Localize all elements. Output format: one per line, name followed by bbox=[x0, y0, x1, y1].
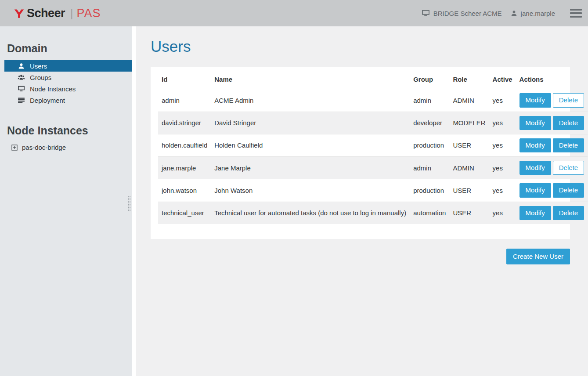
users-table-card: Id Name Group Role Active Actions admin … bbox=[151, 67, 570, 239]
user-active-cell: yes bbox=[489, 134, 516, 156]
user-name-cell: Jane Marple bbox=[211, 157, 410, 179]
users-table: Id Name Group Role Active Actions admin … bbox=[158, 67, 588, 224]
hamburger-menu-icon[interactable] bbox=[570, 8, 582, 18]
table-row: jane.marple Jane Marple admin ADMIN yes … bbox=[158, 157, 588, 179]
modify-button[interactable]: Modify bbox=[519, 93, 551, 107]
create-user-row: Create New User bbox=[151, 249, 570, 264]
user-id-cell: john.watson bbox=[158, 179, 211, 202]
modify-button[interactable]: Modify bbox=[519, 183, 551, 197]
stacked-lines-icon bbox=[18, 98, 25, 103]
top-bar-right: BRIDGE Scheer ACME jane.marple bbox=[422, 8, 582, 18]
main-content: Users Id Name Group Role Active Actions … bbox=[136, 26, 588, 376]
scheer-pas-logo[interactable]: Scheer | PAS bbox=[13, 7, 101, 20]
user-role-cell: ADMIN bbox=[449, 89, 489, 112]
delete-button[interactable]: Delete bbox=[553, 206, 584, 220]
user-id-cell: jane.marple bbox=[158, 157, 211, 179]
user-active-cell: yes bbox=[489, 157, 516, 179]
user-name-cell: Technical user for automated tasks (do n… bbox=[211, 202, 410, 224]
desktop-monitor-icon bbox=[18, 86, 25, 92]
user-name-cell: ACME Admin bbox=[211, 89, 410, 112]
person-icon bbox=[511, 10, 517, 17]
delete-button[interactable]: Delete bbox=[553, 138, 584, 152]
sidebar-item-node-instances[interactable]: Node Instances bbox=[4, 83, 132, 94]
table-row: john.watson John Watson production USER … bbox=[158, 179, 588, 202]
desktop-monitor-icon bbox=[422, 10, 430, 17]
user-group-cell: production bbox=[410, 134, 449, 156]
modify-button[interactable]: Modify bbox=[519, 116, 551, 130]
sidebar-item-label: Node Instances bbox=[30, 85, 76, 93]
create-new-user-button[interactable]: Create New User bbox=[506, 249, 570, 264]
user-name-cell: John Watson bbox=[211, 179, 410, 202]
user-actions-cell: Modify Delete bbox=[516, 112, 588, 134]
column-header-id: Id bbox=[158, 67, 211, 89]
user-actions-cell: Modify Delete bbox=[516, 89, 588, 112]
user-name-cell: David Stringer bbox=[211, 112, 410, 134]
user-role-cell: ADMIN bbox=[449, 157, 489, 179]
delete-button[interactable]: Delete bbox=[553, 183, 584, 197]
logo-product-text: PAS bbox=[77, 7, 101, 20]
node-instance-label: BRIDGE Scheer ACME bbox=[433, 10, 502, 17]
sidebar-item-label: Groups bbox=[30, 74, 51, 81]
sidebar: Domain Users Grou bbox=[0, 26, 132, 376]
logo-brand-text: Scheer bbox=[27, 7, 65, 20]
user-role-cell: USER bbox=[449, 202, 489, 224]
user-group-cell: automation bbox=[410, 202, 449, 224]
sidebar-item-deployment[interactable]: Deployment bbox=[4, 94, 132, 106]
user-id-cell: holden.caulfield bbox=[158, 134, 211, 156]
tree-item-pas-doc-bridge[interactable]: pas-doc-bridge bbox=[11, 144, 132, 151]
plus-square-expand-icon[interactable] bbox=[11, 145, 18, 151]
tree-item-label: pas-doc-bridge bbox=[22, 144, 66, 151]
column-header-name: Name bbox=[211, 67, 410, 89]
sidebar-item-users[interactable]: Users bbox=[4, 60, 132, 72]
scheer-logo-mark bbox=[13, 7, 25, 19]
delete-button[interactable]: Delete bbox=[553, 161, 584, 175]
column-header-role: Role bbox=[449, 67, 489, 89]
user-actions-cell: Modify Delete bbox=[516, 202, 588, 224]
sidebar-item-label: Deployment bbox=[30, 97, 65, 104]
top-bar: Scheer | PAS BRIDGE Scheer ACME jane.mar… bbox=[0, 0, 588, 26]
user-id-cell: admin bbox=[158, 89, 211, 112]
modify-button[interactable]: Modify bbox=[519, 138, 551, 152]
table-row: admin ACME Admin admin ADMIN yes Modify … bbox=[158, 89, 588, 112]
delete-button[interactable]: Delete bbox=[553, 93, 584, 107]
sidebar-item-groups[interactable]: Groups bbox=[4, 72, 132, 83]
user-actions-cell: Modify Delete bbox=[516, 179, 588, 202]
column-header-active: Active bbox=[489, 67, 516, 89]
users-group-icon bbox=[18, 74, 25, 80]
modify-button[interactable]: Modify bbox=[519, 206, 551, 220]
user-icon bbox=[18, 63, 25, 69]
user-active-cell: yes bbox=[489, 112, 516, 134]
user-active-cell: yes bbox=[489, 202, 516, 224]
user-actions-cell: Modify Delete bbox=[516, 134, 588, 156]
user-id-cell: david.stringer bbox=[158, 112, 211, 134]
user-name-cell: Holden Caulfield bbox=[211, 134, 410, 156]
user-group-cell: admin bbox=[410, 157, 449, 179]
modify-button[interactable]: Modify bbox=[519, 161, 551, 175]
sidebar-item-label: Users bbox=[30, 62, 47, 70]
table-header-row: Id Name Group Role Active Actions bbox=[158, 67, 588, 89]
page-title: Users bbox=[151, 38, 588, 55]
user-group-cell: admin bbox=[410, 89, 449, 112]
user-role-cell: USER bbox=[449, 179, 489, 202]
column-header-group: Group bbox=[410, 67, 449, 89]
user-role-cell: MODELER bbox=[449, 112, 489, 134]
user-role-cell: USER bbox=[449, 134, 489, 156]
user-group-cell: production bbox=[410, 179, 449, 202]
delete-button[interactable]: Delete bbox=[553, 116, 584, 130]
current-user-label: jane.marple bbox=[521, 10, 555, 17]
sidebar-heading-node-instances: Node Instances bbox=[7, 124, 132, 137]
node-instance-indicator[interactable]: BRIDGE Scheer ACME bbox=[422, 10, 502, 17]
table-row: technical_user Technical user for automa… bbox=[158, 202, 588, 224]
user-group-cell: developer bbox=[410, 112, 449, 134]
domain-nav: Users Groups Nod bbox=[0, 60, 132, 106]
user-id-cell: technical_user bbox=[158, 202, 211, 224]
user-active-cell: yes bbox=[489, 179, 516, 202]
sidebar-resize-handle[interactable] bbox=[128, 196, 131, 211]
table-row: holden.caulfield Holden Caulfield produc… bbox=[158, 134, 588, 156]
column-header-actions: Actions bbox=[516, 67, 588, 89]
table-row: david.stringer David Stringer developer … bbox=[158, 112, 588, 134]
current-user-indicator[interactable]: jane.marple bbox=[511, 10, 555, 17]
users-table-body: admin ACME Admin admin ADMIN yes Modify … bbox=[158, 89, 588, 224]
user-active-cell: yes bbox=[489, 89, 516, 112]
sidebar-heading-domain: Domain bbox=[7, 42, 132, 55]
